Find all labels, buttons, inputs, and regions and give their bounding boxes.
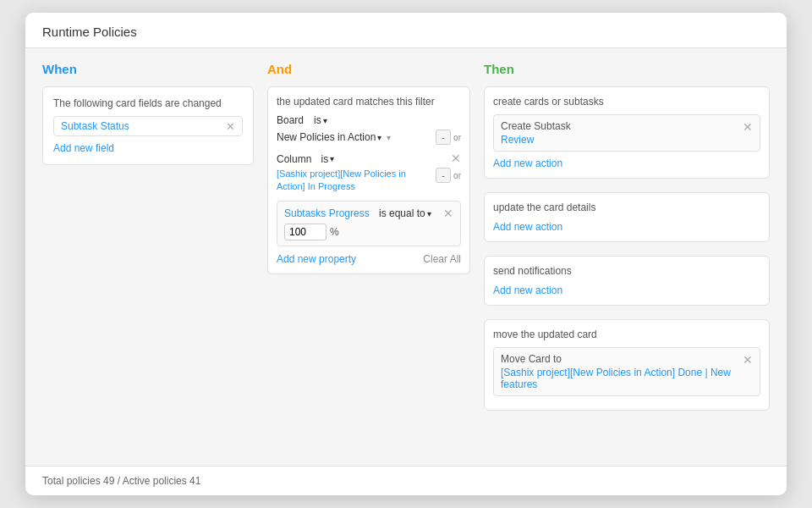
notify-add-action-link[interactable]: Add new action [493, 284, 562, 296]
add-new-field-link[interactable]: Add new field [53, 142, 114, 154]
subtask-status-tag: Subtask Status ✕ [53, 116, 243, 136]
move-card-content: Move Card to [Sashix project][New Polici… [501, 353, 739, 390]
column-filter-close-icon[interactable]: ✕ [451, 152, 461, 165]
create-add-action-link[interactable]: Add new action [493, 157, 562, 169]
notify-section-title: send notifications [493, 265, 760, 277]
create-subtask-content: Create Subtask Review [501, 120, 739, 146]
column-filter-controls: - or [436, 168, 461, 183]
create-subtask-value: Review [501, 134, 739, 146]
when-section-title: The following card fields are changed [53, 97, 243, 109]
subtasks-header-row: Subtasks Progress is equal to ✕ [284, 207, 453, 220]
clear-all-button[interactable]: Clear All [423, 253, 461, 265]
column-label: Column [277, 153, 311, 165]
board-or-label: or [453, 133, 461, 142]
board-value-row: New Policies in Action ▾ - or [277, 130, 461, 145]
content-area: When The following card fields are chang… [25, 48, 787, 466]
and-column: And the updated card matches this filter… [267, 62, 470, 452]
subtask-status-close-icon[interactable]: ✕ [226, 121, 235, 132]
add-new-property-link[interactable]: Add new property [277, 253, 356, 265]
column-condition-dropdown[interactable]: is [321, 153, 335, 165]
filter-title: the updated card matches this filter [277, 96, 461, 108]
create-section-title: create cards or subtasks [493, 96, 760, 108]
board-value-dropdown[interactable]: New Policies in Action [277, 131, 381, 143]
create-subtask-action-item: Create Subtask Review ✕ [493, 114, 760, 152]
notify-section: send notifications Add new action [484, 256, 770, 306]
board-label: Board [277, 114, 304, 126]
and-header: And [267, 62, 470, 76]
when-column: When The following card fields are chang… [42, 62, 254, 452]
subtasks-progress-label: Subtasks Progress [284, 207, 370, 219]
runtime-policies-window: Runtime Policies When The following card… [25, 13, 787, 495]
subtasks-label-row: Subtasks Progress is equal to [284, 207, 431, 219]
and-filter-section: the updated card matches this filter Boa… [267, 86, 470, 274]
subtasks-condition-dropdown[interactable]: is equal to [379, 207, 431, 219]
then-column: Then create cards or subtasks Create Sub… [484, 62, 770, 452]
move-section-title: move the updated card [493, 329, 760, 340]
column-value: [Sashix project][New Policies in Action]… [277, 168, 429, 194]
page-title: Runtime Policies [42, 25, 770, 39]
column-or-label: or [453, 171, 461, 180]
board-filter-row: Board is [277, 114, 461, 126]
subtasks-value-input[interactable] [284, 224, 326, 240]
update-add-action-link[interactable]: Add new action [493, 221, 562, 233]
update-section: update the card details Add new action [484, 192, 770, 242]
create-subtask-label: Create Subtask [501, 120, 739, 132]
subtasks-value-row: % [284, 224, 453, 240]
percent-symbol: % [330, 226, 339, 238]
columns-row: When The following card fields are chang… [42, 62, 770, 452]
board-condition-dropdown[interactable]: is [314, 114, 327, 126]
move-card-label: Move Card to [501, 353, 739, 365]
footer-text: Total policies 49 / Active policies 41 [42, 475, 200, 487]
subtask-status-label: Subtask Status [61, 120, 129, 132]
update-section-title: update the card details [493, 202, 760, 213]
title-bar: Runtime Policies [25, 13, 787, 48]
column-header-row: Column is ✕ [277, 152, 461, 165]
filter-actions-row: Add new property Clear All [277, 253, 461, 265]
create-subtask-close-icon[interactable]: ✕ [743, 120, 753, 134]
when-header: When [42, 62, 254, 76]
footer-bar: Total policies 49 / Active policies 41 [25, 466, 787, 495]
board-filter-controls: - or [436, 130, 461, 145]
column-value-row: [Sashix project][New Policies in Action]… [277, 168, 461, 194]
column-minus-btn[interactable]: - [436, 168, 451, 183]
move-card-close-icon[interactable]: ✕ [743, 353, 753, 367]
create-section: create cards or subtasks Create Subtask … [484, 86, 770, 179]
board-minus-btn[interactable]: - [436, 130, 451, 145]
column-filter-label-row: Column is [277, 152, 334, 165]
subtasks-progress-section: Subtasks Progress is equal to ✕ % [277, 201, 461, 246]
move-card-value: [Sashix project][New Policies in Action]… [501, 367, 739, 390]
then-header: Then [484, 62, 770, 76]
subtasks-progress-close-icon[interactable]: ✕ [443, 207, 453, 220]
move-card-action-item: Move Card to [Sashix project][New Polici… [493, 347, 760, 396]
move-section: move the updated card Move Card to [Sash… [484, 319, 770, 411]
when-section-box: The following card fields are changed Su… [42, 86, 254, 165]
